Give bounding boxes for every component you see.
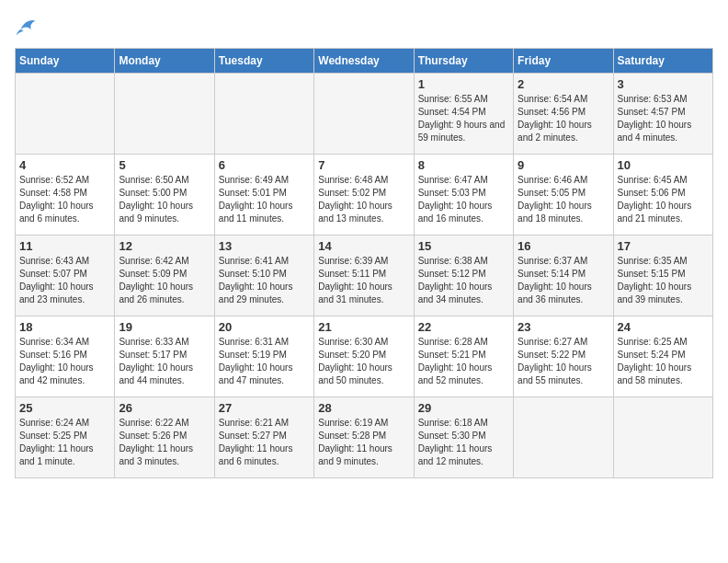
day-info: Sunrise: 6:18 AM Sunset: 5:30 PM Dayligh… <box>418 417 509 468</box>
column-header-thursday: Thursday <box>414 49 513 74</box>
calendar-cell <box>115 74 214 155</box>
day-number: 28 <box>318 401 409 415</box>
calendar-cell: 28Sunrise: 6:19 AM Sunset: 5:28 PM Dayli… <box>314 397 414 478</box>
calendar-cell: 12Sunrise: 6:42 AM Sunset: 5:09 PM Dayli… <box>115 236 214 316</box>
day-number: 20 <box>219 320 310 334</box>
calendar-cell: 23Sunrise: 6:27 AM Sunset: 5:22 PM Dayli… <box>514 316 613 397</box>
calendar-week-row: 11Sunrise: 6:43 AM Sunset: 5:07 PM Dayli… <box>16 236 713 316</box>
day-number: 27 <box>219 401 310 415</box>
day-info: Sunrise: 6:38 AM Sunset: 5:12 PM Dayligh… <box>418 255 509 306</box>
calendar-cell: 26Sunrise: 6:22 AM Sunset: 5:26 PM Dayli… <box>115 397 214 478</box>
calendar-cell: 15Sunrise: 6:38 AM Sunset: 5:12 PM Dayli… <box>414 236 513 316</box>
day-number: 22 <box>418 320 509 334</box>
day-number: 18 <box>19 320 110 334</box>
day-number: 16 <box>518 239 609 253</box>
day-info: Sunrise: 6:55 AM Sunset: 4:54 PM Dayligh… <box>418 93 509 144</box>
calendar-cell <box>514 397 613 478</box>
day-info: Sunrise: 6:53 AM Sunset: 4:57 PM Dayligh… <box>618 93 709 144</box>
calendar-week-row: 25Sunrise: 6:24 AM Sunset: 5:25 PM Dayli… <box>16 397 713 478</box>
column-header-tuesday: Tuesday <box>214 49 313 74</box>
calendar-cell: 16Sunrise: 6:37 AM Sunset: 5:14 PM Dayli… <box>514 236 613 316</box>
logo <box>15 15 40 37</box>
day-info: Sunrise: 6:49 AM Sunset: 5:01 PM Dayligh… <box>219 174 310 225</box>
day-number: 7 <box>318 158 409 172</box>
calendar-cell <box>314 74 414 155</box>
column-header-wednesday: Wednesday <box>314 49 414 74</box>
calendar-cell: 17Sunrise: 6:35 AM Sunset: 5:15 PM Dayli… <box>613 236 712 316</box>
calendar-cell: 9Sunrise: 6:46 AM Sunset: 5:05 PM Daylig… <box>514 155 613 236</box>
day-info: Sunrise: 6:27 AM Sunset: 5:22 PM Dayligh… <box>518 336 609 387</box>
day-number: 2 <box>518 77 609 91</box>
calendar-cell <box>16 74 115 155</box>
column-header-monday: Monday <box>115 49 214 74</box>
day-info: Sunrise: 6:54 AM Sunset: 4:56 PM Dayligh… <box>518 93 609 144</box>
calendar-cell: 22Sunrise: 6:28 AM Sunset: 5:21 PM Dayli… <box>414 316 513 397</box>
day-number: 13 <box>219 239 310 253</box>
day-number: 25 <box>19 401 110 415</box>
column-header-friday: Friday <box>514 49 613 74</box>
calendar-cell: 29Sunrise: 6:18 AM Sunset: 5:30 PM Dayli… <box>414 397 513 478</box>
calendar-week-row: 1Sunrise: 6:55 AM Sunset: 4:54 PM Daylig… <box>16 74 713 155</box>
day-number: 8 <box>418 158 509 172</box>
calendar-cell <box>613 397 712 478</box>
day-info: Sunrise: 6:24 AM Sunset: 5:25 PM Dayligh… <box>19 417 110 468</box>
day-number: 6 <box>219 158 310 172</box>
calendar-cell: 14Sunrise: 6:39 AM Sunset: 5:11 PM Dayli… <box>314 236 414 316</box>
day-info: Sunrise: 6:34 AM Sunset: 5:16 PM Dayligh… <box>19 336 110 387</box>
calendar-cell: 2Sunrise: 6:54 AM Sunset: 4:56 PM Daylig… <box>514 74 613 155</box>
day-info: Sunrise: 6:22 AM Sunset: 5:26 PM Dayligh… <box>119 417 210 468</box>
calendar-cell: 13Sunrise: 6:41 AM Sunset: 5:10 PM Dayli… <box>214 236 313 316</box>
column-header-saturday: Saturday <box>613 49 712 74</box>
calendar-cell <box>214 74 313 155</box>
day-info: Sunrise: 6:21 AM Sunset: 5:27 PM Dayligh… <box>219 417 310 468</box>
day-info: Sunrise: 6:31 AM Sunset: 5:19 PM Dayligh… <box>219 336 310 387</box>
day-info: Sunrise: 6:33 AM Sunset: 5:17 PM Dayligh… <box>119 336 210 387</box>
day-info: Sunrise: 6:37 AM Sunset: 5:14 PM Dayligh… <box>518 255 609 306</box>
calendar-cell: 19Sunrise: 6:33 AM Sunset: 5:17 PM Dayli… <box>115 316 214 397</box>
day-number: 10 <box>618 158 709 172</box>
day-number: 23 <box>518 320 609 334</box>
calendar-cell: 3Sunrise: 6:53 AM Sunset: 4:57 PM Daylig… <box>613 74 712 155</box>
day-number: 15 <box>418 239 509 253</box>
day-number: 24 <box>618 320 709 334</box>
calendar-cell: 7Sunrise: 6:48 AM Sunset: 5:02 PM Daylig… <box>314 155 414 236</box>
day-number: 21 <box>318 320 409 334</box>
day-info: Sunrise: 6:46 AM Sunset: 5:05 PM Dayligh… <box>518 174 609 225</box>
column-header-sunday: Sunday <box>16 49 115 74</box>
calendar-cell: 20Sunrise: 6:31 AM Sunset: 5:19 PM Dayli… <box>214 316 313 397</box>
day-number: 3 <box>618 77 709 91</box>
day-info: Sunrise: 6:35 AM Sunset: 5:15 PM Dayligh… <box>618 255 709 306</box>
header <box>15 15 713 37</box>
calendar-cell: 8Sunrise: 6:47 AM Sunset: 5:03 PM Daylig… <box>414 155 513 236</box>
day-info: Sunrise: 6:41 AM Sunset: 5:10 PM Dayligh… <box>219 255 310 306</box>
day-number: 29 <box>418 401 509 415</box>
day-info: Sunrise: 6:19 AM Sunset: 5:28 PM Dayligh… <box>318 417 409 468</box>
calendar-cell: 1Sunrise: 6:55 AM Sunset: 4:54 PM Daylig… <box>414 74 513 155</box>
day-number: 26 <box>119 401 210 415</box>
calendar-cell: 6Sunrise: 6:49 AM Sunset: 5:01 PM Daylig… <box>214 155 313 236</box>
day-number: 17 <box>618 239 709 253</box>
day-info: Sunrise: 6:25 AM Sunset: 5:24 PM Dayligh… <box>618 336 709 387</box>
calendar-cell: 4Sunrise: 6:52 AM Sunset: 4:58 PM Daylig… <box>16 155 115 236</box>
calendar-week-row: 18Sunrise: 6:34 AM Sunset: 5:16 PM Dayli… <box>16 316 713 397</box>
day-info: Sunrise: 6:43 AM Sunset: 5:07 PM Dayligh… <box>19 255 110 306</box>
day-number: 11 <box>19 239 110 253</box>
logo-bird-icon <box>15 15 37 37</box>
calendar-cell: 10Sunrise: 6:45 AM Sunset: 5:06 PM Dayli… <box>613 155 712 236</box>
day-info: Sunrise: 6:47 AM Sunset: 5:03 PM Dayligh… <box>418 174 509 225</box>
day-number: 4 <box>19 158 110 172</box>
day-info: Sunrise: 6:30 AM Sunset: 5:20 PM Dayligh… <box>318 336 409 387</box>
day-info: Sunrise: 6:42 AM Sunset: 5:09 PM Dayligh… <box>119 255 210 306</box>
calendar-cell: 21Sunrise: 6:30 AM Sunset: 5:20 PM Dayli… <box>314 316 414 397</box>
day-number: 9 <box>518 158 609 172</box>
day-number: 19 <box>119 320 210 334</box>
calendar-table: SundayMondayTuesdayWednesdayThursdayFrid… <box>15 48 713 478</box>
day-number: 5 <box>119 158 210 172</box>
calendar-cell: 27Sunrise: 6:21 AM Sunset: 5:27 PM Dayli… <box>214 397 313 478</box>
day-number: 1 <box>418 77 509 91</box>
calendar-week-row: 4Sunrise: 6:52 AM Sunset: 4:58 PM Daylig… <box>16 155 713 236</box>
day-info: Sunrise: 6:28 AM Sunset: 5:21 PM Dayligh… <box>418 336 509 387</box>
day-info: Sunrise: 6:52 AM Sunset: 4:58 PM Dayligh… <box>19 174 110 225</box>
day-info: Sunrise: 6:48 AM Sunset: 5:02 PM Dayligh… <box>318 174 409 225</box>
calendar-cell: 24Sunrise: 6:25 AM Sunset: 5:24 PM Dayli… <box>613 316 712 397</box>
